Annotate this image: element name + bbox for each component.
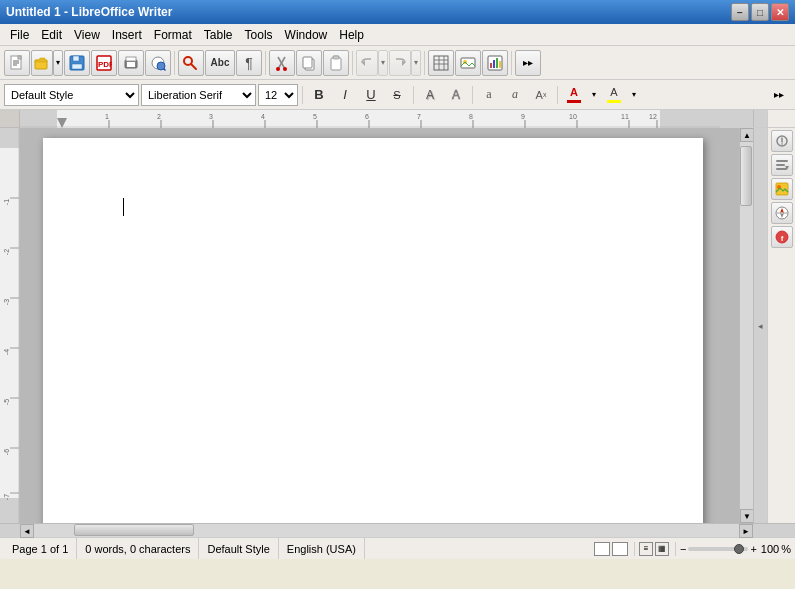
menu-insert[interactable]: Insert — [106, 26, 148, 44]
more-format-button[interactable]: ▸▸ — [767, 84, 791, 106]
document-page[interactable] — [43, 138, 703, 523]
highlight-button[interactable]: A — [602, 83, 626, 107]
scroll-up-button[interactable]: ▲ — [740, 128, 754, 142]
window-controls: − □ ✕ — [731, 3, 789, 21]
bold-button[interactable]: B — [307, 84, 331, 106]
functions-button[interactable]: f — [771, 226, 793, 248]
hscroll-right-space — [753, 524, 795, 537]
ruler-side-corner — [767, 110, 795, 127]
outline-button[interactable]: A — [444, 84, 468, 106]
gallery-button[interactable] — [771, 178, 793, 200]
scroll-right-button[interactable]: ► — [739, 524, 753, 538]
view-layout2-button[interactable]: ▦ — [655, 542, 669, 556]
fontcolor-a2-button[interactable]: a — [503, 84, 527, 106]
font-name-select[interactable]: Liberation Serif — [141, 84, 256, 106]
highlight-dropdown[interactable]: ▾ — [628, 84, 640, 106]
app-title: Untitled 1 - LibreOffice Writer — [6, 5, 172, 19]
cut-button[interactable] — [269, 50, 295, 76]
maximize-button[interactable]: □ — [751, 3, 769, 21]
minimize-button[interactable]: − — [731, 3, 749, 21]
ruler-scroll-corner — [753, 110, 767, 127]
clearformat-button[interactable]: Ax — [529, 84, 553, 106]
svg-text:11: 11 — [621, 113, 629, 120]
menu-edit[interactable]: Edit — [35, 26, 68, 44]
strikethrough-button[interactable]: S — [385, 84, 409, 106]
zoom-out-button[interactable]: − — [680, 543, 686, 555]
font-size-select[interactable]: 12 — [258, 84, 298, 106]
menu-format[interactable]: Format — [148, 26, 198, 44]
nonprint-chars-button[interactable]: ¶ — [236, 50, 262, 76]
svg-text:9: 9 — [521, 113, 525, 120]
insert-table-button[interactable] — [428, 50, 454, 76]
single-page-view-button[interactable] — [594, 542, 610, 556]
svg-text:-6: -6 — [3, 449, 10, 455]
svg-text:-4: -4 — [3, 349, 10, 355]
svg-point-90 — [781, 143, 783, 145]
menu-window[interactable]: Window — [279, 26, 334, 44]
zoom-slider[interactable] — [688, 547, 748, 551]
svg-text:1: 1 — [105, 113, 109, 120]
fontcolor-a1-button[interactable]: a — [477, 84, 501, 106]
svg-text:7: 7 — [417, 113, 421, 120]
zoom-in-button[interactable]: + — [750, 543, 756, 555]
scroll-track[interactable] — [740, 142, 753, 509]
menu-view[interactable]: View — [68, 26, 106, 44]
ruler-corner — [0, 110, 20, 128]
paragraph-style-select[interactable]: Default Style — [4, 84, 139, 106]
format-toolbar: Default Style Liberation Serif 12 B I U … — [0, 80, 795, 110]
text-cursor — [123, 198, 124, 216]
properties-button[interactable] — [771, 130, 793, 152]
scroll-thumb[interactable] — [740, 146, 752, 206]
svg-text:-3: -3 — [3, 299, 10, 305]
char-color-dropdown[interactable]: ▾ — [588, 84, 600, 106]
menu-file[interactable]: File — [4, 26, 35, 44]
redo-dropdown[interactable]: ▾ — [411, 50, 421, 76]
find-button[interactable] — [178, 50, 204, 76]
insert-chart-button[interactable] — [482, 50, 508, 76]
ruler-row: 1 2 3 4 5 6 7 8 9 10 11 12 — [0, 110, 795, 128]
svg-text:-7: -7 — [3, 494, 10, 500]
spellcheck-button[interactable] — [145, 50, 171, 76]
open-dropdown[interactable]: ▾ — [53, 50, 63, 76]
scroll-left-button[interactable]: ◄ — [20, 524, 34, 538]
expand-panel-button[interactable]: ◂ — [753, 128, 767, 523]
undo-dropdown[interactable]: ▾ — [378, 50, 388, 76]
zoom-slider-thumb — [734, 544, 744, 554]
open-button[interactable] — [31, 50, 53, 76]
pdf-button[interactable]: PDF — [91, 50, 117, 76]
menu-table[interactable]: Table — [198, 26, 239, 44]
undo-button[interactable] — [356, 50, 378, 76]
menu-tools[interactable]: Tools — [239, 26, 279, 44]
copy-button[interactable] — [296, 50, 322, 76]
zoom-percent-sign: % — [781, 543, 791, 555]
hscroll-thumb[interactable] — [74, 524, 194, 536]
book-view-button[interactable] — [612, 542, 628, 556]
print-preview-button[interactable] — [118, 50, 144, 76]
svg-point-21 — [276, 67, 280, 71]
close-button[interactable]: ✕ — [771, 3, 789, 21]
hscroll-track[interactable] — [34, 524, 739, 537]
insert-image-button[interactable] — [455, 50, 481, 76]
menu-help[interactable]: Help — [333, 26, 370, 44]
underline-button[interactable]: U — [359, 84, 383, 106]
more-toolbar-button[interactable]: ▸▸ — [515, 50, 541, 76]
new-button[interactable] — [4, 50, 30, 76]
paste-button[interactable] — [323, 50, 349, 76]
char-color-button[interactable]: A — [562, 83, 586, 107]
save-button[interactable] — [64, 50, 90, 76]
italic-button[interactable]: I — [333, 84, 357, 106]
view-layout1-button[interactable]: ≡ — [639, 542, 653, 556]
abc-spellcheck-button[interactable]: Abc — [205, 50, 235, 76]
vertical-scrollbar: ▲ ▼ — [739, 128, 753, 523]
styles-button[interactable] — [771, 154, 793, 176]
svg-rect-91 — [776, 160, 788, 162]
svg-text:3: 3 — [209, 113, 213, 120]
svg-rect-26 — [331, 58, 341, 70]
fmt-separator-3 — [472, 86, 473, 104]
navigator-button[interactable] — [771, 202, 793, 224]
svg-rect-40 — [496, 58, 498, 68]
shadow-button[interactable]: A — [418, 84, 442, 106]
document-scroll-area[interactable] — [20, 128, 725, 523]
scroll-down-button[interactable]: ▼ — [740, 509, 754, 523]
redo-button[interactable] — [389, 50, 411, 76]
